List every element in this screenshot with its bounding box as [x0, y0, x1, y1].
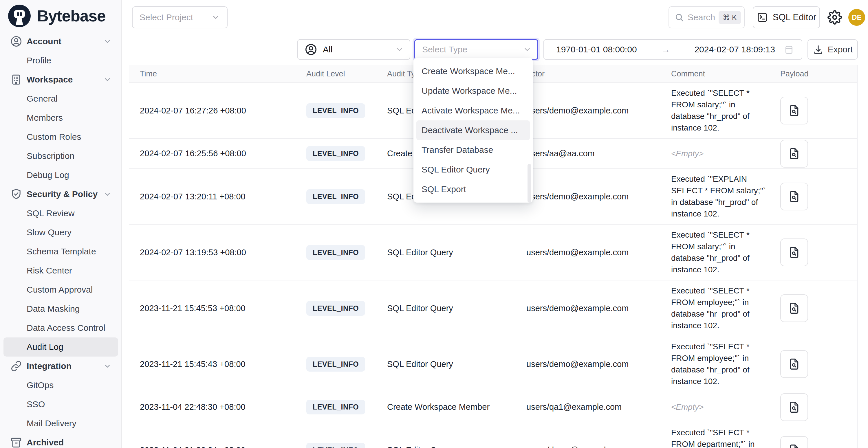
sql-editor-button[interactable]: SQL Editor: [753, 6, 820, 28]
export-label: Export: [828, 44, 853, 55]
sidebar-group-account[interactable]: Account: [3, 32, 118, 51]
sidebar-item-data-masking[interactable]: Data Masking: [3, 299, 118, 318]
sidebar-group-security-policy[interactable]: Security & Policy: [3, 185, 118, 204]
chevron-down-icon: [395, 45, 404, 54]
actor-filter-select[interactable]: All: [297, 39, 410, 60]
dropdown-scrollbar-thumb[interactable]: [528, 164, 531, 202]
sidebar-item-profile[interactable]: Profile: [3, 51, 118, 70]
sidebar-item-data-access-control[interactable]: Data Access Control: [3, 318, 118, 338]
sidebar: Bytebase AccountProfileWorkspaceGeneralM…: [0, 0, 122, 448]
dropdown-option-transfer-database[interactable]: Transfer Database: [416, 140, 530, 160]
sidebar-item-mail-delivery[interactable]: Mail Delivery: [3, 414, 118, 433]
sidebar-group-archived[interactable]: Archived: [3, 433, 118, 448]
cell-comment: Executed `"EXPLAIN SELECT * FROM salary;…: [671, 169, 772, 224]
sidebar-item-audit-log[interactable]: Audit Log: [3, 338, 118, 357]
user-avatar[interactable]: DE: [848, 9, 865, 26]
search-input[interactable]: Search ⌘ K: [669, 6, 745, 28]
sidebar-item-schema-template[interactable]: Schema Template: [3, 242, 118, 261]
audit-level-badge: LEVEL_INFO: [306, 400, 365, 414]
table-row: 2023-11-21 15:45:53 +08:00LEVEL_INFOSQL …: [129, 281, 857, 336]
cell-payload: [780, 238, 857, 266]
audit-filters: All Select Type 1970-01-01 08:00:00 → 20…: [297, 39, 858, 60]
audit-level-badge: LEVEL_INFO: [306, 357, 365, 372]
sidebar-group-label: Integration: [27, 361, 71, 371]
cell-audit-level: LEVEL_INFO: [306, 103, 387, 118]
cell-payload: [780, 183, 857, 211]
sidebar-item-label: SQL Review: [27, 209, 75, 218]
payload-view-button[interactable]: [780, 183, 808, 211]
sidebar-item-debug-log[interactable]: Debug Log: [3, 165, 118, 185]
export-button[interactable]: Export: [807, 39, 858, 60]
sidebar-item-sso[interactable]: SSO: [3, 395, 118, 414]
shield-check-icon: [9, 188, 23, 200]
type-filter-select[interactable]: Select Type: [414, 39, 538, 60]
file-search-icon: [787, 301, 801, 315]
actor-filter-value: All: [323, 44, 395, 55]
payload-view-button[interactable]: [780, 350, 808, 378]
sidebar-item-custom-approval[interactable]: Custom Approval: [3, 280, 118, 299]
sidebar-item-label: GitOps: [27, 380, 54, 390]
sidebar-item-members[interactable]: Members: [3, 108, 118, 127]
sidebar-item-gitops[interactable]: GitOps: [3, 376, 118, 395]
cell-audit-level: LEVEL_INFO: [306, 189, 387, 204]
dropdown-option-sql-editor-query[interactable]: SQL Editor Query: [416, 160, 530, 180]
cell-time: 2023-11-21 15:45:53 +08:00: [140, 303, 306, 313]
project-select-placeholder: Select Project: [140, 12, 211, 22]
cell-time: 2023-11-21 15:45:43 +08:00: [140, 359, 306, 369]
search-shortcut-badge: ⌘ K: [719, 11, 741, 24]
sidebar-item-label: Audit Log: [27, 342, 63, 352]
sidebar-item-label: Custom Approval: [27, 285, 93, 295]
sidebar-item-custom-roles[interactable]: Custom Roles: [3, 127, 118, 147]
cell-actor: users/qa1@example.com: [526, 402, 671, 412]
sidebar-item-general[interactable]: General: [3, 89, 118, 108]
sidebar-item-risk-center[interactable]: Risk Center: [3, 261, 118, 280]
sidebar-group-integration[interactable]: Integration: [3, 357, 118, 376]
dropdown-option-activate-workspace-me[interactable]: Activate Workspace Me...: [416, 101, 530, 120]
cell-audit-type: SQL Editor Query: [387, 248, 526, 257]
dropdown-option-sql-export[interactable]: SQL Export: [416, 180, 530, 199]
payload-view-button[interactable]: [780, 97, 808, 124]
table-row: 2023-11-04 22:48:30 +08:00LEVEL_INFOCrea…: [129, 392, 857, 422]
sidebar-item-label: Subscription: [27, 151, 74, 161]
audit-level-badge: LEVEL_INFO: [306, 103, 365, 118]
sidebar-item-subscription[interactable]: Subscription: [3, 147, 118, 165]
payload-view-button[interactable]: [780, 140, 808, 167]
audit-level-badge: LEVEL_INFO: [306, 301, 365, 316]
cell-payload: [780, 393, 857, 421]
cell-time: 2024-02-07 13:20:11 +08:00: [140, 192, 306, 201]
cell-payload: [780, 436, 857, 448]
file-search-icon: [787, 443, 801, 448]
dropdown-option-update-workspace-me[interactable]: Update Workspace Me...: [416, 81, 530, 101]
sidebar-item-label: Mail Delivery: [27, 418, 76, 428]
bytebase-logo-icon: [7, 4, 31, 28]
audit-level-badge: LEVEL_INFO: [306, 189, 365, 204]
brand-name: Bytebase: [37, 7, 106, 25]
sql-editor-label: SQL Editor: [773, 12, 816, 23]
column-header-actor: Actor: [526, 69, 671, 78]
cell-actor: users/demo@example.com: [526, 192, 671, 201]
sidebar-item-sql-review[interactable]: SQL Review: [3, 204, 118, 223]
payload-view-button[interactable]: [780, 294, 808, 322]
search-icon: [674, 12, 684, 22]
terminal-icon: [756, 11, 768, 23]
chevron-down-icon: [103, 75, 112, 84]
bytebase-logo[interactable]: Bytebase: [7, 4, 106, 28]
payload-view-button[interactable]: [780, 393, 808, 421]
payload-view-button[interactable]: [780, 238, 808, 266]
settings-gear-icon[interactable]: [828, 10, 842, 25]
sidebar-item-slow-query[interactable]: Slow Query: [3, 223, 118, 242]
date-range-picker[interactable]: 1970-01-01 08:00:00 → 2024-02-07 18:09:1…: [544, 39, 802, 60]
arrow-right-icon: →: [637, 44, 694, 55]
chevron-down-icon: [103, 190, 112, 198]
table-row: 2024-02-07 13:19:53 +08:00LEVEL_INFOSQL …: [129, 225, 857, 281]
dropdown-option-create-workspace-me[interactable]: Create Workspace Me...: [416, 61, 530, 81]
sidebar-group-workspace[interactable]: Workspace: [3, 70, 118, 89]
cell-comment: Executed `"SELECT * FROM salary;"` in da…: [671, 225, 772, 280]
search-placeholder: Search: [688, 12, 715, 22]
cell-payload: [780, 97, 857, 124]
cell-time: 2023-11-04 21:26:24 +08:00: [140, 445, 306, 448]
download-icon: [813, 44, 824, 55]
payload-view-button[interactable]: [780, 436, 808, 448]
project-select[interactable]: Select Project: [132, 6, 227, 28]
dropdown-option-deactivate-workspace[interactable]: Deactivate Workspace ...: [416, 120, 530, 140]
